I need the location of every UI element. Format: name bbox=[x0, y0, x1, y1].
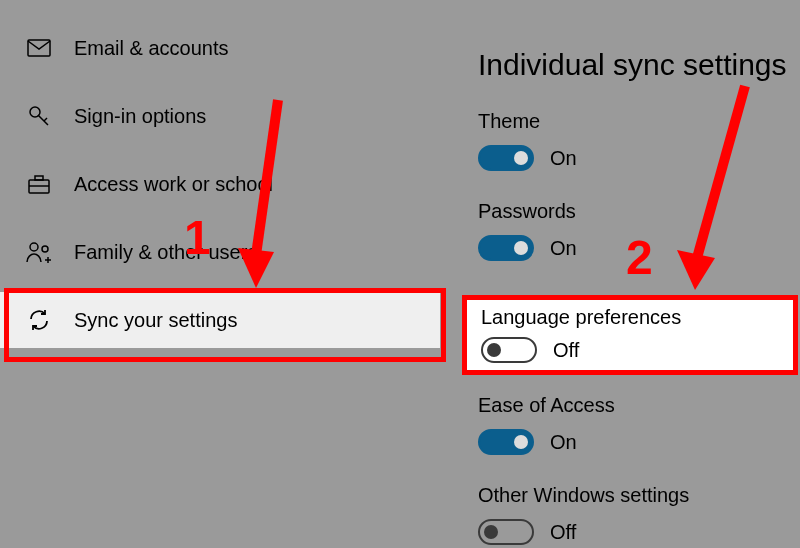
sidebar-item-label: Family & other users bbox=[74, 241, 257, 264]
toggle-ease-of-access[interactable] bbox=[478, 429, 534, 455]
toggle-other-windows[interactable] bbox=[478, 519, 534, 545]
setting-other-windows: Other Windows settings Off bbox=[478, 484, 778, 545]
sync-settings-panel: Individual sync settings Theme On Passwo… bbox=[440, 0, 800, 548]
svg-rect-5 bbox=[35, 176, 43, 180]
sidebar-item-sync-settings[interactable]: Sync your settings bbox=[0, 292, 440, 348]
people-icon bbox=[26, 239, 52, 265]
toggle-state-text: On bbox=[550, 431, 577, 454]
sync-icon bbox=[26, 307, 52, 333]
toggle-state-text: Off bbox=[553, 339, 579, 362]
setting-passwords: Passwords On bbox=[478, 200, 778, 261]
briefcase-icon bbox=[26, 171, 52, 197]
setting-label: Other Windows settings bbox=[478, 484, 778, 507]
setting-language-preferences: Language preferences Off bbox=[462, 295, 798, 375]
toggle-state-text: Off bbox=[550, 521, 576, 544]
setting-theme: Theme On bbox=[478, 110, 778, 171]
setting-ease-of-access: Ease of Access On bbox=[478, 394, 778, 455]
svg-line-2 bbox=[38, 115, 48, 125]
sidebar-item-label: Email & accounts bbox=[74, 37, 229, 60]
setting-label: Language preferences bbox=[481, 306, 781, 329]
sidebar-item-email-accounts[interactable]: Email & accounts bbox=[0, 20, 440, 76]
sidebar-item-label: Access work or school bbox=[74, 173, 273, 196]
mail-icon bbox=[26, 35, 52, 61]
sidebar-item-label: Sync your settings bbox=[74, 309, 237, 332]
sidebar-item-signin-options[interactable]: Sign-in options bbox=[0, 88, 440, 144]
key-icon bbox=[26, 103, 52, 129]
svg-rect-0 bbox=[28, 40, 50, 56]
svg-point-7 bbox=[30, 243, 38, 251]
svg-line-3 bbox=[44, 118, 47, 121]
sidebar-item-label: Sign-in options bbox=[74, 105, 206, 128]
toggle-theme[interactable] bbox=[478, 145, 534, 171]
toggle-language[interactable] bbox=[481, 337, 537, 363]
setting-label: Passwords bbox=[478, 200, 778, 223]
toggle-state-text: On bbox=[550, 147, 577, 170]
toggle-passwords[interactable] bbox=[478, 235, 534, 261]
toggle-state-text: On bbox=[550, 237, 577, 260]
svg-point-8 bbox=[42, 246, 48, 252]
setting-label: Theme bbox=[478, 110, 778, 133]
sidebar-item-work-school[interactable]: Access work or school bbox=[0, 156, 440, 212]
settings-sidebar: Email & accounts Sign-in options Access … bbox=[0, 0, 440, 548]
setting-label: Ease of Access bbox=[478, 394, 778, 417]
panel-title: Individual sync settings bbox=[478, 48, 787, 82]
sidebar-item-family-users[interactable]: Family & other users bbox=[0, 224, 440, 280]
